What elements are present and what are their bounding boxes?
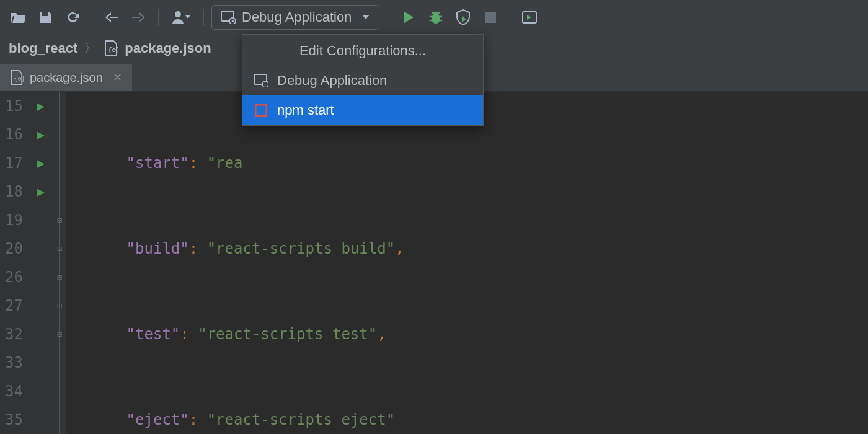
breadcrumb-file[interactable]: package.json — [125, 40, 211, 56]
json-string: "react-scripts test" — [198, 326, 377, 343]
fold-collapse-icon[interactable]: ⊟ — [53, 206, 66, 234]
line-number[interactable]: 17 — [5, 149, 23, 177]
open-icon[interactable] — [6, 6, 30, 29]
line-number[interactable]: 18 — [5, 177, 23, 206]
tab-label: package.json — [30, 71, 103, 85]
line-number[interactable]: 35 — [5, 405, 23, 434]
run-line-icon[interactable]: ▶ — [29, 149, 53, 177]
code-area[interactable]: "start": "rea "build": "react-scripts bu… — [66, 92, 868, 434]
run-config-dropdown: Edit Configurations... Debug Application… — [242, 34, 484, 126]
popup-item-label: Edit Configurations... — [299, 43, 426, 59]
svg-rect-4 — [433, 12, 438, 15]
breadcrumb-root[interactable]: blog_react — [9, 40, 78, 56]
config-icon — [254, 74, 268, 87]
run-icon[interactable] — [397, 6, 420, 29]
tab-package-json[interactable]: {o} package.json ✕ — [0, 64, 132, 91]
main-toolbar: Debug Application — [0, 0, 868, 35]
close-icon[interactable]: ✕ — [113, 71, 122, 84]
toolbar-separator — [203, 9, 204, 26]
line-number[interactable]: 20 — [5, 234, 23, 263]
json-key: "test" — [126, 326, 180, 343]
coverage-icon[interactable] — [451, 6, 475, 29]
run-gutter: ▶ ▶ ▶ ▶ — [29, 92, 53, 434]
fold-expand-icon[interactable]: ⊞ — [53, 234, 66, 263]
gutter: 15 16 17 18 19 20 26 27 32 33 34 35 ▶ ▶ … — [0, 92, 66, 434]
json-string: "react-scripts eject" — [207, 411, 395, 428]
run-line-icon[interactable]: ▶ — [29, 177, 53, 206]
popup-debug-application[interactable]: Debug Application — [242, 66, 483, 95]
json-file-icon: {o} — [10, 70, 24, 85]
line-number[interactable]: 19 — [5, 206, 23, 234]
svg-point-3 — [432, 14, 440, 24]
line-number[interactable]: 32 — [5, 320, 23, 348]
json-file-icon: {o} — [104, 40, 118, 56]
popup-item-label: npm start — [277, 102, 334, 118]
breadcrumb-separator: 〉 — [84, 39, 97, 58]
json-key: "eject" — [126, 411, 189, 428]
json-key: "build" — [126, 240, 189, 257]
run-line-icon[interactable]: ▶ — [29, 120, 53, 149]
line-number[interactable]: 34 — [5, 377, 23, 405]
config-icon — [221, 11, 236, 24]
npm-icon — [254, 104, 268, 117]
config-label: Debug Application — [242, 9, 352, 25]
back-icon[interactable] — [100, 6, 123, 29]
fold-gutter: ⊟ ⊞ ⊟ ⊞ ⊟ — [53, 92, 66, 434]
toolbar-separator — [92, 9, 92, 26]
json-string: "react-scripts build" — [207, 240, 395, 257]
popup-npm-start[interactable]: npm start — [242, 95, 483, 125]
svg-rect-11 — [255, 105, 267, 116]
fold-collapse-icon[interactable]: ⊟ — [53, 263, 66, 291]
line-number[interactable]: 16 — [5, 120, 23, 149]
save-icon[interactable] — [33, 6, 57, 29]
chevron-down-icon — [361, 14, 370, 20]
run-anything-icon[interactable] — [518, 6, 541, 29]
line-number[interactable]: 15 — [5, 92, 23, 120]
popup-item-label: Debug Application — [277, 73, 387, 89]
svg-rect-5 — [485, 12, 496, 23]
json-string: "rea — [207, 154, 243, 172]
popup-edit-configurations[interactable]: Edit Configurations... — [242, 36, 483, 66]
line-number[interactable]: 33 — [5, 348, 23, 377]
refresh-icon[interactable] — [61, 6, 84, 29]
fold-collapse-icon[interactable]: ⊟ — [53, 320, 66, 348]
stop-icon[interactable] — [479, 6, 502, 29]
debug-icon[interactable] — [424, 6, 448, 29]
svg-text:{o}: {o} — [108, 46, 118, 54]
user-icon[interactable] — [166, 6, 196, 29]
svg-text:{o}: {o} — [14, 76, 24, 82]
line-numbers: 15 16 17 18 19 20 26 27 32 33 34 35 — [0, 92, 29, 434]
run-line-icon[interactable]: ▶ — [29, 92, 53, 120]
svg-point-0 — [175, 11, 181, 17]
editor: 15 16 17 18 19 20 26 27 32 33 34 35 ▶ ▶ … — [0, 92, 868, 434]
forward-icon[interactable] — [127, 6, 151, 29]
fold-expand-icon[interactable]: ⊞ — [53, 291, 66, 320]
line-number[interactable]: 27 — [5, 291, 23, 320]
json-key: "start" — [126, 154, 189, 172]
toolbar-separator — [158, 9, 159, 26]
svg-point-10 — [262, 81, 268, 87]
toolbar-separator — [510, 9, 510, 26]
line-number[interactable]: 26 — [5, 263, 23, 291]
run-config-selector[interactable]: Debug Application — [211, 5, 379, 30]
